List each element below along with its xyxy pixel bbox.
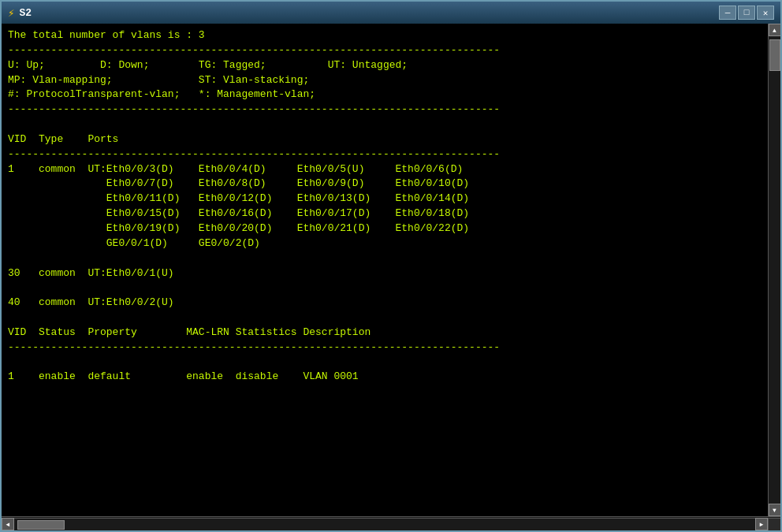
scroll-left-button[interactable]: ◄ [2, 518, 14, 530]
title-bar: ⚡ S2 — □ ✕ [2, 2, 780, 24]
bottom-bar: ◄ ► [2, 516, 780, 530]
window-title: S2 [19, 7, 32, 19]
scroll-corner [768, 518, 780, 530]
content-area: The total number of vlans is : 3 -------… [2, 24, 780, 516]
scroll-thumb-horizontal[interactable] [17, 520, 65, 530]
horizontal-scrollbar[interactable]: ◄ ► [2, 518, 768, 530]
terminal-output[interactable]: The total number of vlans is : 3 -------… [2, 24, 768, 516]
close-button[interactable]: ✕ [757, 6, 774, 20]
scroll-down-button[interactable]: ▼ [769, 504, 781, 516]
scroll-right-button[interactable]: ► [755, 518, 768, 530]
app-icon: ⚡ [8, 6, 14, 20]
minimize-button[interactable]: — [719, 6, 736, 20]
scroll-thumb-vertical[interactable] [769, 39, 780, 71]
scroll-up-button[interactable]: ▲ [769, 24, 781, 36]
main-window: ⚡ S2 — □ ✕ The total number of vlans is … [0, 0, 782, 532]
window-controls: — □ ✕ [719, 6, 774, 20]
vertical-scrollbar[interactable]: ▲ ▼ [768, 24, 780, 516]
scroll-track-horizontal[interactable] [14, 519, 755, 530]
scroll-track-vertical[interactable] [769, 36, 780, 504]
title-bar-left: ⚡ S2 [8, 6, 32, 20]
maximize-button[interactable]: □ [738, 6, 755, 20]
